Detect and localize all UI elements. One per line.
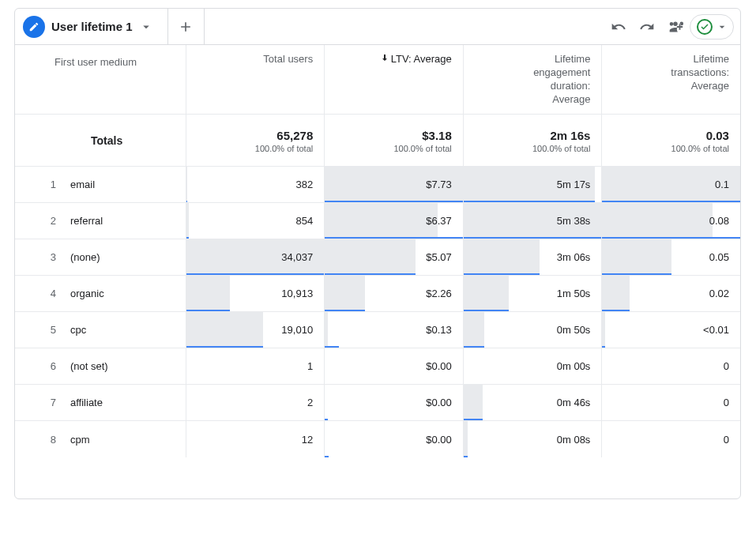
totals-row: Totals 65,278100.0% of total$3.18100.0% … xyxy=(15,115,740,167)
totals-label: Totals xyxy=(15,115,186,166)
metric-cell: 1 xyxy=(186,348,325,384)
table-row[interactable]: 1email382$7.735m 17s0.1 xyxy=(15,167,740,203)
totals-cell: 65,278100.0% of total xyxy=(186,115,325,166)
row-label: 5cpc xyxy=(15,312,186,348)
metric-cell: 3m 06s xyxy=(463,239,602,275)
metric-cell: $6.37 xyxy=(324,203,463,239)
metric-header[interactable]: LTV: Average xyxy=(324,45,463,114)
metric-cell: 10,913 xyxy=(186,276,325,311)
metric-cell: $2.26 xyxy=(324,276,463,311)
undo-button[interactable] xyxy=(604,13,633,41)
metric-cell: 0 xyxy=(601,348,740,384)
metric-cell: $0.00 xyxy=(324,421,463,457)
metric-header[interactable]: Total users xyxy=(186,45,325,114)
table-row[interactable]: 5cpc19,010$0.130m 50s<0.01 xyxy=(15,312,740,348)
row-label: 1email xyxy=(15,167,186,202)
metric-cell: 1m 50s xyxy=(463,276,602,311)
pencil-icon xyxy=(23,16,45,38)
row-label: 7affiliate xyxy=(15,385,186,420)
redo-button[interactable] xyxy=(633,13,661,41)
metric-cell: $0.00 xyxy=(324,348,463,384)
metric-cell: 0m 50s xyxy=(463,312,602,348)
active-tab[interactable]: User lifetime 1 xyxy=(15,9,168,45)
check-icon xyxy=(697,19,713,35)
row-label: 2referral xyxy=(15,203,186,239)
row-label: 3(none) xyxy=(15,239,186,275)
row-label: 8cpm xyxy=(15,421,186,457)
explore-panel: User lifetime 1 First user medium Total … xyxy=(14,8,741,499)
metric-cell: 5m 38s xyxy=(463,203,602,239)
row-label: 4organic xyxy=(15,276,186,311)
metric-cell: $0.13 xyxy=(324,312,463,348)
metric-cell: 0 xyxy=(601,421,740,457)
table-row[interactable]: 6(not set)1$0.000m 00s0 xyxy=(15,348,740,385)
table-row[interactable]: 2referral854$6.375m 38s0.08 xyxy=(15,203,740,239)
metric-cell: 12 xyxy=(186,421,325,457)
sort-desc-icon xyxy=(380,53,389,66)
totals-cell: 2m 16s100.0% of total xyxy=(463,115,602,166)
metric-cell: 0.05 xyxy=(601,239,740,275)
totals-cell: $3.18100.0% of total xyxy=(324,115,463,166)
metric-cell: 0m 08s xyxy=(463,421,602,457)
metric-cell: 0 xyxy=(601,385,740,420)
table-body: 1email382$7.735m 17s0.12referral854$6.37… xyxy=(15,167,740,498)
metric-cell: $5.07 xyxy=(324,239,463,275)
metric-cell: 0.02 xyxy=(601,276,740,311)
metric-cell: 0.1 xyxy=(601,167,740,202)
totals-cell: 0.03100.0% of total xyxy=(601,115,740,166)
metric-header[interactable]: Lifetimeengagementduration:Average xyxy=(463,45,602,114)
metric-cell: $0.00 xyxy=(324,385,463,420)
metric-cell: 0m 46s xyxy=(463,385,602,420)
metric-cell: 0m 00s xyxy=(463,348,602,384)
metric-cell: $7.73 xyxy=(324,167,463,202)
chevron-down-icon xyxy=(716,21,728,33)
metric-cell: 5m 17s xyxy=(463,167,602,202)
table-row[interactable]: 7affiliate2$0.000m 46s0 xyxy=(15,385,740,421)
table-header: First user medium Total usersLTV: Averag… xyxy=(15,45,740,115)
table-row[interactable]: 4organic10,913$2.261m 50s0.02 xyxy=(15,276,740,312)
dimension-header[interactable]: First user medium xyxy=(15,45,186,114)
metric-cell: <0.01 xyxy=(601,312,740,348)
metric-cell: 382 xyxy=(186,167,325,202)
metric-cell: 0.08 xyxy=(601,203,740,239)
table-row[interactable]: 8cpm12$0.000m 08s0 xyxy=(15,421,740,457)
add-tab-button[interactable] xyxy=(168,9,205,45)
metric-cell: 19,010 xyxy=(186,312,325,348)
tab-title: User lifetime 1 xyxy=(51,20,133,33)
topbar: User lifetime 1 xyxy=(15,9,740,45)
metric-cell: 34,037 xyxy=(186,239,325,275)
row-label: 6(not set) xyxy=(15,348,186,384)
metric-header[interactable]: Lifetimetransactions:Average xyxy=(601,45,740,114)
status-pill[interactable] xyxy=(690,14,734,40)
tab-menu-button[interactable] xyxy=(139,20,153,34)
metric-cell: 854 xyxy=(186,203,325,239)
share-button[interactable] xyxy=(661,13,690,41)
table-row[interactable]: 3(none)34,037$5.073m 06s0.05 xyxy=(15,239,740,276)
metric-cell: 2 xyxy=(186,385,325,420)
